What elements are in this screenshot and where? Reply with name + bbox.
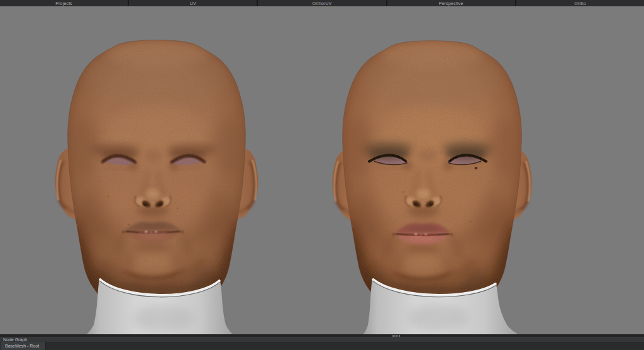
viewport-3d[interactable] — [0, 6, 644, 334]
tab-uv[interactable]: UV — [129, 0, 257, 6]
viewport-tab-bar: Projects UV Ortho/UV Perspective Ortho — [0, 0, 644, 6]
node-graph-tab-basemesh-root[interactable]: BaseMesh - Root — [1, 342, 46, 350]
tab-uv-label: UV — [190, 1, 196, 6]
tab-projects[interactable]: Projects — [0, 0, 128, 6]
node-graph-title: Node Graph — [3, 337, 27, 342]
panel-divider — [0, 334, 644, 337]
tab-projects-label: Projects — [55, 1, 72, 6]
node-graph-tab-label: BaseMesh - Root — [5, 344, 39, 348]
tab-ortho-uv[interactable]: Ortho/UV — [258, 0, 386, 6]
node-graph-header[interactable]: Node Graph — [0, 337, 644, 342]
panel-resize-grip[interactable] — [392, 335, 400, 337]
tab-perspective-label: Perspective — [439, 1, 464, 6]
tab-ortho-uv-label: Ortho/UV — [313, 1, 332, 6]
tab-ortho-label: Ortho — [574, 1, 586, 6]
tab-ortho[interactable]: Ortho — [516, 0, 644, 6]
app-window: Projects UV Ortho/UV Perspective Ortho — [0, 0, 644, 350]
model-head-right — [326, 35, 538, 334]
model-head-left — [51, 34, 262, 334]
scene-canvas — [0, 6, 644, 334]
node-graph-tab-bar: BaseMesh - Root — [0, 342, 644, 350]
tab-perspective[interactable]: Perspective — [387, 0, 515, 6]
